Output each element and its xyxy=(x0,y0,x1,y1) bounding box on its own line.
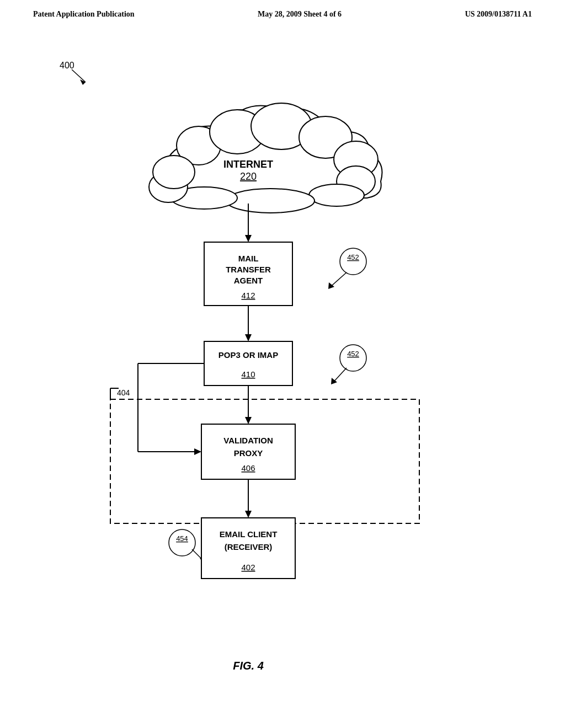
internet-cloud: INTERNET 220 xyxy=(149,103,382,213)
email-client-number: 402 xyxy=(241,563,255,572)
page-header: Patent Application Publication May 28, 2… xyxy=(0,0,565,24)
svg-point-8 xyxy=(309,184,364,206)
pop3-number: 410 xyxy=(241,370,255,379)
circle-454 xyxy=(169,529,195,556)
svg-marker-16 xyxy=(328,282,334,289)
pop3-label-line1: POP3 OR IMAP xyxy=(218,350,278,360)
fig-ref-400: 400 xyxy=(60,61,74,70)
svg-marker-18 xyxy=(245,334,252,341)
mta-label-line3: AGENT xyxy=(234,276,263,285)
pop3-box xyxy=(204,341,292,386)
header-publication: Patent Application Publication xyxy=(33,10,135,19)
svg-line-15 xyxy=(331,272,347,286)
email-client-label-line2: (RECEIVER) xyxy=(225,542,273,552)
svg-line-19 xyxy=(334,368,347,382)
validation-number: 406 xyxy=(241,463,255,473)
svg-line-0 xyxy=(72,69,86,82)
patent-diagram: 400 INTERNET 220 xyxy=(0,24,565,697)
internet-number: 220 xyxy=(240,171,257,182)
header-date-sheet: May 28, 2009 Sheet 4 of 6 xyxy=(258,10,342,19)
circle-452-top xyxy=(340,248,366,275)
internet-label: INTERNET xyxy=(223,159,273,170)
diagram-area: 400 INTERNET 220 xyxy=(0,24,565,697)
figure-label: FIG. 4 xyxy=(233,660,264,672)
circle-452-bottom xyxy=(340,345,366,371)
header-patent-number: US 2009/0138711 A1 xyxy=(465,10,532,19)
box-404-label: 404 xyxy=(117,388,130,397)
circle-452-bottom-number: 452 xyxy=(347,350,359,358)
circle-454-number: 454 xyxy=(176,534,188,543)
svg-marker-14 xyxy=(245,235,252,242)
mta-label-line2: TRANSFER xyxy=(226,265,271,274)
validation-label-line1: VALIDATION xyxy=(223,436,273,445)
svg-point-12 xyxy=(153,156,195,189)
email-client-label-line1: EMAIL CLIENT xyxy=(220,529,278,539)
mta-number: 412 xyxy=(241,291,255,300)
mta-label-line1: MAIL xyxy=(238,254,259,263)
circle-452-top-number: 452 xyxy=(347,253,359,261)
validation-label-line2: PROXY xyxy=(234,448,263,458)
svg-point-9 xyxy=(226,189,315,213)
svg-marker-1 xyxy=(80,79,86,85)
